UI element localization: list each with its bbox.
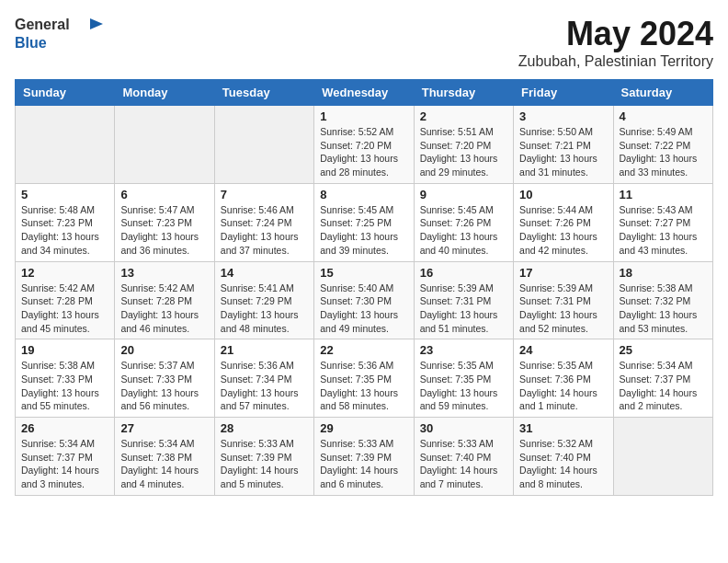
day-cell: 30Sunrise: 5:33 AMSunset: 7:40 PMDayligh… [414, 418, 513, 496]
week-row-4: 19Sunrise: 5:38 AMSunset: 7:33 PMDayligh… [16, 339, 713, 418]
weekday-header-wednesday: Wednesday [314, 80, 414, 106]
day-cell: 14Sunrise: 5:41 AMSunset: 7:29 PMDayligh… [214, 261, 313, 339]
logo: GeneralBlue [15, 15, 116, 53]
day-cell: 17Sunrise: 5:39 AMSunset: 7:31 PMDayligh… [514, 261, 613, 339]
day-cell: 8Sunrise: 5:45 AMSunset: 7:25 PMDaylight… [314, 183, 414, 261]
day-cell: 16Sunrise: 5:39 AMSunset: 7:31 PMDayligh… [414, 261, 513, 339]
day-number: 26 [21, 421, 108, 435]
day-number: 22 [320, 343, 407, 357]
day-info: Sunrise: 5:49 AMSunset: 7:22 PMDaylight:… [620, 125, 707, 179]
day-number: 29 [320, 421, 407, 435]
weekday-header-thursday: Thursday [414, 80, 513, 106]
day-info: Sunrise: 5:46 AMSunset: 7:24 PMDaylight:… [221, 203, 308, 258]
day-info: Sunrise: 5:43 AMSunset: 7:27 PMDaylight:… [620, 203, 707, 258]
day-number: 11 [620, 188, 707, 201]
day-info: Sunrise: 5:35 AMSunset: 7:35 PMDaylight:… [420, 359, 507, 413]
day-cell: 24Sunrise: 5:35 AMSunset: 7:36 PMDayligh… [514, 339, 613, 418]
week-row-3: 12Sunrise: 5:42 AMSunset: 7:28 PMDayligh… [16, 261, 713, 339]
day-number: 23 [420, 343, 507, 357]
day-cell: 25Sunrise: 5:34 AMSunset: 7:37 PMDayligh… [613, 339, 712, 418]
day-number: 20 [120, 343, 208, 357]
day-info: Sunrise: 5:51 AMSunset: 7:20 PMDaylight:… [420, 125, 507, 179]
day-info: Sunrise: 5:32 AMSunset: 7:40 PMDaylight:… [519, 437, 607, 491]
day-number: 4 [620, 109, 707, 123]
day-info: Sunrise: 5:38 AMSunset: 7:32 PMDaylight:… [620, 282, 707, 336]
day-info: Sunrise: 5:45 AMSunset: 7:25 PMDaylight:… [320, 203, 407, 258]
day-number: 13 [120, 266, 208, 280]
day-number: 1 [320, 109, 407, 123]
day-info: Sunrise: 5:38 AMSunset: 7:33 PMDaylight:… [21, 359, 108, 413]
day-cell: 13Sunrise: 5:42 AMSunset: 7:28 PMDayligh… [115, 261, 214, 339]
day-info: Sunrise: 5:36 AMSunset: 7:34 PMDaylight:… [221, 359, 308, 413]
day-number: 6 [120, 188, 208, 201]
day-cell: 2Sunrise: 5:51 AMSunset: 7:20 PMDaylight… [414, 106, 513, 184]
day-cell: 21Sunrise: 5:36 AMSunset: 7:34 PMDayligh… [214, 339, 313, 418]
day-number: 5 [21, 188, 108, 201]
day-number: 16 [420, 266, 507, 280]
day-info: Sunrise: 5:33 AMSunset: 7:39 PMDaylight:… [221, 437, 308, 491]
day-info: Sunrise: 5:42 AMSunset: 7:28 PMDaylight:… [21, 282, 108, 336]
week-row-2: 5Sunrise: 5:48 AMSunset: 7:23 PMDaylight… [16, 183, 713, 261]
day-number: 25 [620, 343, 707, 357]
day-cell: 26Sunrise: 5:34 AMSunset: 7:37 PMDayligh… [16, 418, 115, 496]
day-info: Sunrise: 5:42 AMSunset: 7:28 PMDaylight:… [120, 282, 208, 336]
day-cell: 12Sunrise: 5:42 AMSunset: 7:28 PMDayligh… [16, 261, 115, 339]
logo-icon: GeneralBlue [15, 15, 116, 53]
day-cell: 20Sunrise: 5:37 AMSunset: 7:33 PMDayligh… [115, 339, 214, 418]
location-title: Zububah, Palestinian Territory [518, 53, 713, 70]
day-info: Sunrise: 5:36 AMSunset: 7:35 PMDaylight:… [320, 359, 407, 413]
weekday-header-monday: Monday [115, 80, 214, 106]
day-number: 17 [519, 266, 607, 280]
day-cell [214, 106, 313, 184]
day-number: 10 [519, 188, 607, 201]
day-info: Sunrise: 5:48 AMSunset: 7:23 PMDaylight:… [21, 203, 108, 258]
day-number: 15 [320, 266, 407, 280]
day-cell: 11Sunrise: 5:43 AMSunset: 7:27 PMDayligh… [613, 183, 712, 261]
day-number: 12 [21, 266, 108, 280]
day-number: 9 [420, 188, 507, 201]
day-cell: 31Sunrise: 5:32 AMSunset: 7:40 PMDayligh… [514, 418, 613, 496]
day-cell: 3Sunrise: 5:50 AMSunset: 7:21 PMDaylight… [514, 106, 613, 184]
day-cell: 6Sunrise: 5:47 AMSunset: 7:23 PMDaylight… [115, 183, 214, 261]
day-cell: 4Sunrise: 5:49 AMSunset: 7:22 PMDaylight… [613, 106, 712, 184]
day-info: Sunrise: 5:44 AMSunset: 7:26 PMDaylight:… [519, 203, 607, 258]
day-cell: 23Sunrise: 5:35 AMSunset: 7:35 PMDayligh… [414, 339, 513, 418]
weekday-header-saturday: Saturday [613, 80, 712, 106]
day-info: Sunrise: 5:37 AMSunset: 7:33 PMDaylight:… [120, 359, 208, 413]
day-info: Sunrise: 5:39 AMSunset: 7:31 PMDaylight:… [420, 282, 507, 336]
day-number: 3 [519, 109, 607, 123]
day-cell [115, 106, 214, 184]
day-cell [16, 106, 115, 184]
weekday-header-tuesday: Tuesday [214, 80, 313, 106]
day-cell: 22Sunrise: 5:36 AMSunset: 7:35 PMDayligh… [314, 339, 414, 418]
svg-marker-1 [90, 18, 103, 29]
day-info: Sunrise: 5:45 AMSunset: 7:26 PMDaylight:… [420, 203, 507, 258]
week-row-5: 26Sunrise: 5:34 AMSunset: 7:37 PMDayligh… [16, 418, 713, 496]
month-title: May 2024 [518, 15, 713, 53]
day-number: 24 [519, 343, 607, 357]
day-cell: 27Sunrise: 5:34 AMSunset: 7:38 PMDayligh… [115, 418, 214, 496]
weekday-header-row: SundayMondayTuesdayWednesdayThursdayFrid… [16, 80, 713, 106]
day-cell: 18Sunrise: 5:38 AMSunset: 7:32 PMDayligh… [613, 261, 712, 339]
day-cell: 5Sunrise: 5:48 AMSunset: 7:23 PMDaylight… [16, 183, 115, 261]
day-number: 27 [120, 421, 208, 435]
day-info: Sunrise: 5:34 AMSunset: 7:37 PMDaylight:… [21, 437, 108, 491]
day-number: 8 [320, 188, 407, 201]
day-info: Sunrise: 5:47 AMSunset: 7:23 PMDaylight:… [120, 203, 208, 258]
day-number: 14 [221, 266, 308, 280]
day-number: 21 [221, 343, 308, 357]
day-info: Sunrise: 5:34 AMSunset: 7:38 PMDaylight:… [120, 437, 208, 491]
day-info: Sunrise: 5:35 AMSunset: 7:36 PMDaylight:… [519, 359, 607, 413]
week-row-1: 1Sunrise: 5:52 AMSunset: 7:20 PMDaylight… [16, 106, 713, 184]
day-info: Sunrise: 5:52 AMSunset: 7:20 PMDaylight:… [320, 125, 407, 179]
svg-text:Blue: Blue [15, 35, 47, 51]
weekday-header-friday: Friday [514, 80, 613, 106]
weekday-header-sunday: Sunday [16, 80, 115, 106]
day-info: Sunrise: 5:34 AMSunset: 7:37 PMDaylight:… [620, 359, 707, 413]
day-info: Sunrise: 5:50 AMSunset: 7:21 PMDaylight:… [519, 125, 607, 179]
day-cell: 9Sunrise: 5:45 AMSunset: 7:26 PMDaylight… [414, 183, 513, 261]
calendar-table: SundayMondayTuesdayWednesdayThursdayFrid… [15, 79, 713, 496]
day-cell: 19Sunrise: 5:38 AMSunset: 7:33 PMDayligh… [16, 339, 115, 418]
day-info: Sunrise: 5:40 AMSunset: 7:30 PMDaylight:… [320, 282, 407, 336]
svg-text:General: General [15, 17, 70, 32]
